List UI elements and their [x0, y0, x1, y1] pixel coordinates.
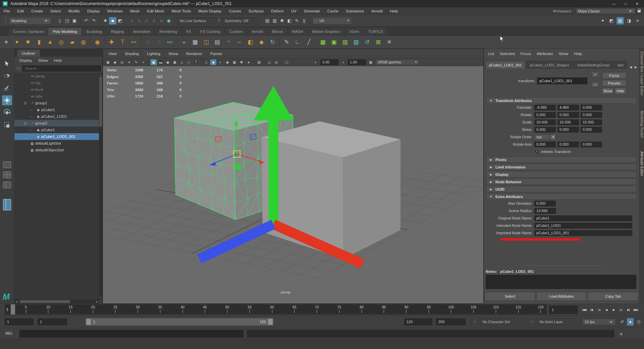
open-scene-icon[interactable]: ◳ — [63, 17, 71, 24]
gamma-icon[interactable]: ◑ — [340, 59, 346, 65]
viewport-menu-item[interactable]: Shading — [125, 52, 139, 56]
anim-layer-field[interactable]: No Anim Layer — [537, 318, 575, 325]
live-surface-field[interactable]: No Live Surface — [177, 17, 216, 24]
svg-tool-icon[interactable]: SVG — [128, 37, 139, 47]
section-extra-attributes[interactable]: ▼ Extra Attributes — [486, 193, 637, 200]
value-x-field[interactable]: 10.000 — [534, 119, 556, 125]
save-scene-icon[interactable]: ▣ — [71, 17, 78, 24]
shelf-tab[interactable]: FX — [182, 28, 196, 35]
snap-grid-icon[interactable]: ∩ — [128, 17, 136, 24]
outliner-item[interactable]: ■◀ side — [14, 93, 99, 100]
shelf-tab[interactable]: XGen — [345, 28, 364, 35]
expand-collapse-icon[interactable] — [30, 128, 35, 132]
menu-item[interactable]: Mesh Display — [195, 9, 225, 13]
paint-select-tool-button[interactable] — [2, 83, 12, 93]
poly-disc-icon[interactable]: ◍ — [78, 37, 89, 47]
breakout-tab-icon[interactable]: ↪ — [591, 82, 599, 88]
close-button[interactable]: ✕ — [636, 2, 639, 6]
attribute-editor-bottom-button[interactable]: Copy Tab — [588, 292, 638, 301]
menu-item[interactable]: Edit Mesh — [143, 9, 168, 13]
layout-single-pane-button[interactable] — [3, 161, 11, 168]
new-scene-icon[interactable]: ▯ — [56, 17, 63, 24]
outliner-horizontal-scrollbar[interactable]: ◀ ▶ — [14, 299, 99, 304]
outliner-item[interactable]: ■◀ top — [14, 80, 99, 86]
viewport-canvas[interactable]: Verts: 1508 176 0 Edges: 3300 522 0 Face… — [103, 66, 483, 303]
camera-lock-icon[interactable]: ◉ — [112, 59, 118, 65]
node-tab[interactable]: pCube1_LOD1_001 — [485, 61, 526, 69]
script-editor-icon[interactable]: ≡ — [618, 331, 625, 337]
gamma-field[interactable]: 1.00 — [348, 59, 366, 65]
step-forward-key-button[interactable]: ▶| — [618, 305, 625, 314]
sep[interactable] — [200, 59, 202, 65]
film-gate-icon[interactable]: ▬ — [158, 59, 164, 65]
step-forward-frame-button[interactable]: ▶| — [625, 305, 632, 314]
snap-curve-icon[interactable]: ∩ — [136, 17, 143, 24]
view-transform-dropdown[interactable]: sRGB gamma▼ — [375, 59, 420, 65]
viewport-menu-item[interactable]: Lighting — [147, 52, 160, 56]
menu-set-dropdown[interactable]: Modeling▼ — [9, 17, 52, 24]
viewport-menu-item[interactable]: Renderer — [186, 52, 202, 56]
shelf-tab[interactable]: Sculpting — [82, 28, 107, 35]
pencil-tool-icon[interactable]: ✎ — [281, 37, 292, 47]
xray-joints-icon[interactable]: ◎ — [273, 59, 279, 65]
outliner-item[interactable]: ◍ defaultLightSet — [14, 140, 99, 147]
select-object-icon[interactable]: ■ — [109, 17, 116, 24]
sep[interactable] — [89, 37, 92, 47]
menu-item[interactable]: Select — [47, 9, 65, 13]
poly-torus-icon[interactable]: ◎ — [56, 37, 67, 47]
tool-settings-icon[interactable]: ◨ — [625, 17, 633, 24]
menu-item[interactable]: UV — [287, 9, 300, 13]
sep[interactable] — [147, 59, 150, 65]
node-tab[interactable]: pCube1_LOD1_Shape1 — [526, 61, 573, 69]
tab-scroll-left-icon[interactable]: ◀ — [630, 65, 632, 69]
maximize-button[interactable]: □ — [625, 2, 627, 6]
bookmark-icon[interactable]: ▾ — [126, 59, 132, 65]
array-icon[interactable]: ▤ — [212, 37, 223, 47]
viewport-menu-item[interactable]: View — [108, 52, 117, 56]
rotate-axis-y-field[interactable]: 0.000 — [557, 142, 579, 147]
select-tool-button[interactable] — [2, 59, 12, 69]
sep[interactable] — [175, 37, 178, 47]
loop-icon[interactable]: ↺ — [619, 318, 625, 326]
mel-input-field[interactable] — [19, 330, 244, 338]
attribute-editor-menu-item[interactable]: Focus — [521, 52, 531, 56]
value-z-field[interactable]: 0.000 — [581, 112, 602, 118]
xray-icon[interactable]: ◻ — [266, 59, 272, 65]
outliner-item[interactable]: ■◀ front — [14, 86, 99, 93]
attribute-editor-menu-item[interactable]: Show — [559, 52, 569, 56]
delete-history-icon[interactable]: ✕ — [384, 37, 395, 47]
presets-button[interactable]: Presets — [602, 80, 626, 87]
undo-icon[interactable]: ↶ — [83, 17, 90, 24]
value-y-field[interactable]: 0.000 — [557, 127, 579, 133]
make-live-surface-icon[interactable]: ◌ — [142, 37, 153, 47]
outliner-menu-item[interactable]: Display — [19, 58, 32, 62]
range-start-handle[interactable] — [86, 319, 91, 325]
attribute-value-field[interactable]: 0.000 — [534, 201, 556, 206]
value-x-field[interactable]: 0.000 — [534, 127, 556, 133]
symmetry-field[interactable]: Symmetry: Off — [222, 17, 259, 24]
sep[interactable] — [314, 37, 317, 47]
menu-item[interactable]: Generate — [300, 9, 324, 13]
layout-two-pane-button[interactable] — [3, 182, 11, 188]
field-chart-icon[interactable]: ◫ — [179, 59, 185, 65]
highlight-shaded-icon[interactable]: ◐ — [217, 59, 223, 65]
attribute-editor-menu-item[interactable]: Selected — [500, 52, 515, 56]
shelf-tab[interactable]: Motion Graphics — [308, 28, 345, 35]
expand-collapse-icon[interactable]: ⊟ — [24, 101, 29, 105]
vr-dropdown[interactable]: ⍜ VR ▼ — [312, 17, 352, 24]
viewport-menu-item[interactable]: Show — [168, 52, 178, 56]
gate-mask-icon[interactable]: ▩ — [172, 59, 178, 65]
character-set-dropdown-icon[interactable]: ▽ — [474, 320, 476, 323]
expand-collapse-icon[interactable] — [30, 135, 35, 139]
timeline-track[interactable]: 1 51015202530354045505560657075808590951… — [5, 304, 547, 314]
character-set-field[interactable]: No Character Set — [480, 318, 528, 325]
menu-item[interactable]: Arnold — [368, 9, 386, 13]
paint-effects-icon[interactable]: ✎ — [293, 17, 301, 24]
prefs-clock-icon[interactable]: ◷ — [635, 318, 642, 326]
poly-plane-icon[interactable]: ▰ — [67, 37, 78, 47]
divide-icon[interactable]: ▦ — [190, 37, 201, 47]
render-view-icon[interactable]: ▤ — [264, 17, 271, 24]
grid-toggle-icon[interactable]: ▦ — [151, 59, 157, 65]
outliner-item[interactable]: ◈ pCube1_LOD1_001 — [14, 133, 99, 140]
attribute-editor-bottom-button[interactable]: Select — [485, 292, 535, 301]
